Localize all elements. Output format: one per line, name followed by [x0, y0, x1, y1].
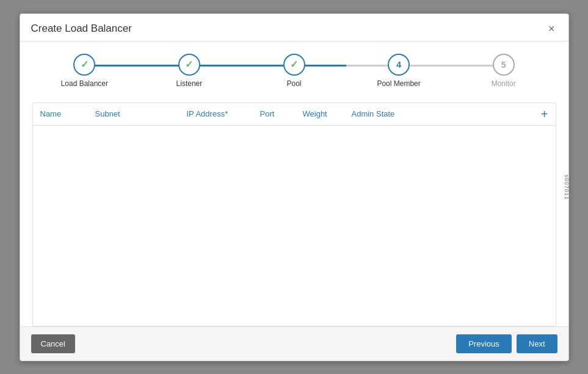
col-header-admin-state: Admin State — [352, 109, 530, 118]
step-pool: ✓ Pool — [242, 54, 347, 88]
modal-header: Create Load Balancer × — [20, 14, 568, 41]
table-header: Name Subnet IP Address* Port Weight Admi… — [33, 103, 556, 126]
step-number-pool-member: 4 — [396, 60, 401, 70]
modal-footer: Cancel Previous Next — [20, 326, 568, 361]
modal-body: ✓ Load Balancer ✓ Listener ✓ Pool — [20, 41, 568, 326]
step-pool-member: 4 Pool Member — [346, 54, 451, 88]
add-row-button[interactable]: + — [541, 108, 548, 120]
step-label-monitor: Monitor — [492, 79, 516, 88]
step-circle-load-balancer: ✓ — [73, 54, 95, 76]
modal: Create Load Balancer × ✓ Load Balancer ✓ — [20, 13, 569, 361]
step-label-pool: Pool — [286, 79, 301, 88]
checkmark-pool: ✓ — [290, 59, 298, 70]
step-circle-listener: ✓ — [178, 54, 200, 76]
footer-right: Previous Next — [456, 334, 557, 353]
close-button[interactable]: × — [546, 23, 557, 34]
step-listener: ✓ Listener — [137, 54, 242, 88]
checkmark-listener: ✓ — [185, 59, 193, 70]
step-monitor: 5 Monitor — [451, 54, 556, 88]
stepper: ✓ Load Balancer ✓ Listener ✓ Pool — [32, 54, 556, 88]
cancel-button[interactable]: Cancel — [31, 334, 75, 353]
modal-title: Create Load Balancer — [31, 23, 132, 35]
step-circle-monitor: 5 — [493, 54, 515, 76]
step-load-balancer: ✓ Load Balancer — [32, 54, 137, 88]
add-row-cell: + — [530, 108, 548, 120]
step-number-monitor: 5 — [501, 60, 506, 70]
previous-button[interactable]: Previous — [456, 334, 512, 353]
step-circle-pool-member: 4 — [388, 54, 410, 76]
step-circle-pool: ✓ — [283, 54, 305, 76]
next-button[interactable]: Next — [517, 334, 557, 353]
step-label-listener: Listener — [176, 79, 203, 88]
col-header-weight: Weight — [303, 109, 352, 118]
step-label-load-balancer: Load Balancer — [61, 79, 108, 88]
col-header-name: Name — [40, 109, 95, 118]
col-header-ip: IP Address* — [187, 109, 260, 118]
checkmark-load-balancer: ✓ — [81, 59, 89, 70]
watermark: s007011 — [564, 174, 570, 200]
col-header-subnet: Subnet — [95, 109, 187, 118]
modal-overlay: Create Load Balancer × ✓ Load Balancer ✓ — [0, 0, 588, 374]
col-header-port: Port — [260, 109, 303, 118]
step-label-pool-member: Pool Member — [377, 79, 420, 88]
table-container: Name Subnet IP Address* Port Weight Admi… — [32, 102, 556, 326]
table-body — [33, 126, 556, 297]
